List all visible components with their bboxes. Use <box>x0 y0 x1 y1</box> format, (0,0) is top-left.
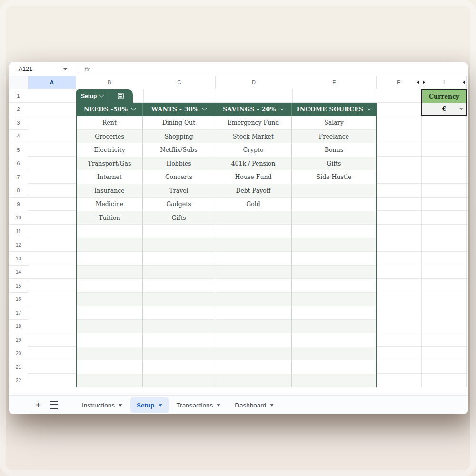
table-cell[interactable] <box>215 293 292 307</box>
sheet-tab-transactions[interactable]: Transactions <box>170 397 227 413</box>
row-header-3[interactable]: 3 <box>9 116 28 130</box>
tab-menu-caret-icon[interactable] <box>119 404 122 407</box>
table-calculator-icon[interactable] <box>108 92 133 99</box>
row-header-21[interactable]: 21 <box>9 360 28 374</box>
table-cell[interactable]: Hobbies <box>143 157 215 171</box>
table-cell[interactable] <box>292 198 376 211</box>
table-cell[interactable]: Freelance <box>292 130 376 144</box>
hidden-columns-expand-icon[interactable] <box>423 80 425 84</box>
table-cell[interactable] <box>215 252 292 266</box>
table-cell[interactable]: Transport/Gas <box>77 157 143 171</box>
row-header-14[interactable]: 14 <box>9 266 28 279</box>
column-header-b[interactable]: B <box>76 76 143 89</box>
name-box[interactable]: A121 <box>9 66 72 72</box>
row-header-17[interactable]: 17 <box>9 306 28 320</box>
currency-value-cell[interactable]: € <box>422 103 466 116</box>
table-cell[interactable]: Debt Payoff <box>215 184 292 198</box>
table-cell[interactable] <box>215 279 292 293</box>
table-cell[interactable] <box>143 238 215 252</box>
row-header-13[interactable]: 13 <box>9 252 28 266</box>
table-cell[interactable]: Dining Out <box>143 116 215 130</box>
table-cell[interactable]: Gifts <box>143 211 215 225</box>
tab-menu-caret-icon[interactable] <box>270 404 274 407</box>
row-header-10[interactable]: 10 <box>9 211 28 225</box>
table-cell[interactable] <box>77 279 143 293</box>
table-cell[interactable]: Emergency Fund <box>215 116 292 130</box>
row-header-18[interactable]: 18 <box>9 320 28 334</box>
select-all-corner[interactable] <box>9 76 28 89</box>
table-cell[interactable] <box>143 360 215 374</box>
table-cell[interactable] <box>292 184 376 198</box>
table-cell[interactable] <box>215 333 292 347</box>
chevron-down-icon[interactable] <box>99 93 104 98</box>
sheet-tab-setup[interactable]: Setup <box>130 397 169 413</box>
table-cell[interactable] <box>292 238 376 252</box>
row-header-5[interactable]: 5 <box>9 143 28 157</box>
row-header-15[interactable]: 15 <box>9 279 28 293</box>
column-header-c[interactable]: C <box>143 76 216 89</box>
all-sheets-button[interactable] <box>46 397 62 413</box>
table-cell[interactable] <box>77 225 143 238</box>
sheet-tab-dashboard[interactable]: Dashboard <box>228 397 280 413</box>
table-cell[interactable] <box>215 238 292 252</box>
table-cell[interactable] <box>292 333 376 347</box>
table-cell[interactable] <box>292 320 376 334</box>
row-header-12[interactable]: 12 <box>9 238 28 252</box>
table-cell[interactable]: Netflix/Subs <box>143 143 215 157</box>
header-dropdown-icon[interactable] <box>131 106 136 111</box>
table-cell[interactable] <box>215 360 292 374</box>
table-cell[interactable] <box>292 225 376 238</box>
table-cell[interactable]: Crypto <box>215 143 292 157</box>
table-header-cell[interactable]: SAVINGS - 20% <box>215 103 292 117</box>
table-cell[interactable] <box>143 266 215 279</box>
header-dropdown-icon[interactable] <box>202 106 207 111</box>
table-cell[interactable]: Bonus <box>292 143 376 157</box>
table-cell[interactable] <box>77 360 143 374</box>
row-header-2[interactable]: 2 <box>9 103 28 117</box>
row-header-16[interactable]: 16 <box>9 293 28 307</box>
table-cell[interactable]: Travel <box>143 184 215 198</box>
table-cell[interactable] <box>77 333 143 347</box>
add-sheet-button[interactable]: + <box>30 397 46 413</box>
table-cell[interactable] <box>77 252 143 266</box>
table-cell[interactable]: Salary <box>292 116 376 130</box>
table-cell[interactable] <box>77 320 143 334</box>
tab-menu-caret-icon[interactable] <box>217 404 220 407</box>
table-cell[interactable]: Gadgets <box>143 198 215 211</box>
table-cell[interactable] <box>77 238 143 252</box>
header-dropdown-icon[interactable] <box>367 106 372 111</box>
table-cell[interactable] <box>215 320 292 334</box>
table-cell[interactable] <box>215 211 292 225</box>
table-cell[interactable] <box>292 279 376 293</box>
table-header-cell[interactable]: WANTS - 30% <box>143 103 215 117</box>
row-header-6[interactable]: 6 <box>9 157 28 171</box>
table-cell[interactable] <box>143 347 215 361</box>
table-cell[interactable] <box>292 252 376 266</box>
table-cell[interactable] <box>215 347 292 361</box>
row-header-1[interactable]: 1 <box>9 89 28 103</box>
row-header-19[interactable]: 19 <box>9 333 28 347</box>
table-cell[interactable]: Internet <box>77 170 143 184</box>
table-cell[interactable] <box>143 320 215 334</box>
table-cell[interactable] <box>215 266 292 279</box>
table-cell[interactable]: Shopping <box>143 130 215 144</box>
row-header-11[interactable]: 11 <box>9 225 28 238</box>
table-cell[interactable] <box>215 306 292 320</box>
table-cell[interactable] <box>292 306 376 320</box>
table-cell[interactable] <box>143 279 215 293</box>
name-box-caret-icon[interactable] <box>63 68 67 70</box>
table-cell[interactable] <box>143 374 215 388</box>
table-cell[interactable] <box>215 374 292 388</box>
row-header-7[interactable]: 7 <box>9 170 28 184</box>
table-cell[interactable] <box>77 266 143 279</box>
column-header-d[interactable]: D <box>216 76 292 89</box>
row-header-8[interactable]: 8 <box>9 184 28 198</box>
table-cell[interactable] <box>143 306 215 320</box>
hidden-columns-expand-icon[interactable] <box>463 80 465 84</box>
setup-table-chip[interactable]: Setup <box>76 89 133 103</box>
table-cell[interactable] <box>143 293 215 307</box>
table-cell[interactable]: Side Hustle <box>292 170 376 184</box>
table-header-cell[interactable]: INCOME SOURCES <box>292 103 376 117</box>
column-header-i[interactable]: I <box>421 76 467 89</box>
table-cell[interactable]: Insurance <box>77 184 143 198</box>
